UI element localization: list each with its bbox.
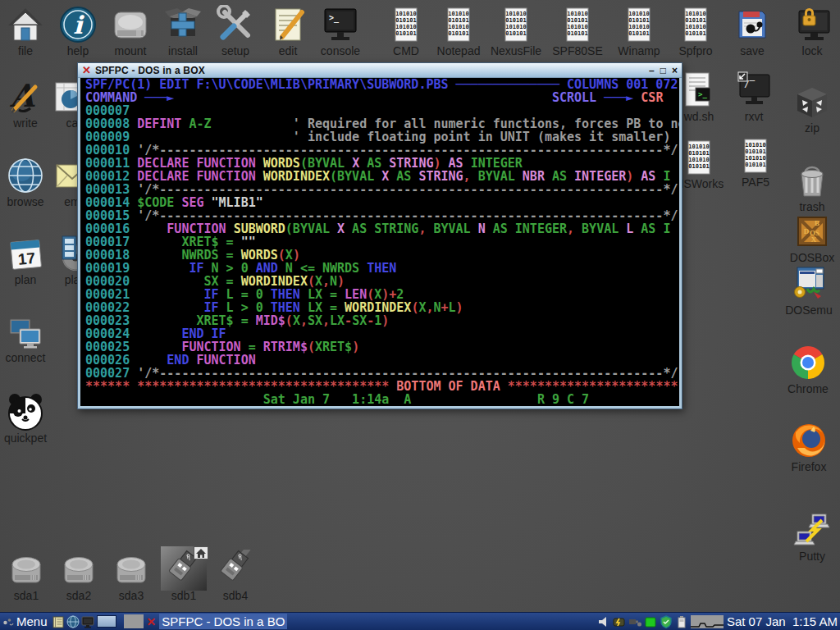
- desktop-icon-save[interactable]: save: [726, 5, 778, 57]
- desktop-icon-trash[interactable]: trash: [786, 161, 838, 213]
- desktop-icon-putty[interactable]: Putty: [786, 510, 838, 563]
- connect-icon: [0, 312, 52, 351]
- desktop-icon-help[interactable]: ihelp: [52, 5, 104, 57]
- terminal-screen[interactable]: SPF/PC(1) EDIT F:\U\CODE\MLIB\PRIMARY\SU…: [80, 78, 679, 406]
- desktop-icon-label: connect: [0, 352, 52, 364]
- desktop-icon-label: sdb4: [209, 590, 262, 602]
- desktop-icon-dosemu[interactable]: DOSemu: [783, 264, 835, 317]
- desktop-icon-sdb1[interactable]: sdb1: [158, 550, 210, 602]
- desktop-icon-chrome[interactable]: Chrome: [782, 343, 834, 395]
- desktop-icon-paf5[interactable]: 101010010101101010010101PAF5: [729, 136, 782, 189]
- zip-icon: [786, 82, 838, 121]
- desktop-icon-mount[interactable]: mount: [104, 5, 157, 57]
- taskbar-task-button[interactable]: ✕ SPFPC - DOS in a BO: [145, 614, 290, 629]
- svg-text:010101: 010101: [505, 30, 526, 37]
- plan-icon: 17: [0, 234, 52, 273]
- terminal-row: 000007: [85, 104, 679, 117]
- terminal-row: SPF/PC(1) EDIT F:\U\CODE\MLIB\PRIMARY\SU…: [85, 78, 679, 91]
- network-icon[interactable]: [644, 615, 657, 628]
- svg-text:>_: >_: [329, 13, 340, 23]
- desktop-icon-dosbox[interactable]: BDOSXDOSBox: [786, 212, 838, 264]
- taskbar: Menu ✕ SPFPC - DOS in a BO Sat 07 Jan 1:…: [0, 612, 840, 630]
- svg-text:010101: 010101: [685, 17, 705, 24]
- desktop-icon-install[interactable]: install: [157, 5, 209, 57]
- menu-button[interactable]: Menu: [0, 613, 52, 630]
- volume-icon[interactable]: [597, 615, 610, 628]
- desktop-icon-firefox[interactable]: Firefox: [783, 421, 835, 473]
- desktop-icon-zip[interactable]: zip: [786, 82, 838, 135]
- desktop-icon-label: Notepad: [432, 45, 485, 57]
- svg-text:010101: 010101: [448, 30, 468, 37]
- desktop-icon-quickpet[interactable]: quickpet: [0, 392, 52, 445]
- svg-text:101010: 101010: [745, 142, 765, 148]
- terminal-row: 000025 FUNCTION = RTRIM$(XRET$): [85, 340, 679, 354]
- desktop-icon-label: setup: [209, 45, 262, 57]
- menu-paw-icon: [2, 616, 14, 628]
- battery-icon[interactable]: [675, 615, 688, 628]
- terminal-row: 000011 DECLARE FUNCTION WORDS(BYVAL X AS…: [85, 157, 679, 170]
- binary-doc-icon: 101010010101101010010101: [551, 5, 604, 44]
- desktop-icon-winamp[interactable]: 101010010101101010010101Winamp: [613, 5, 665, 57]
- shield-icon[interactable]: [660, 615, 673, 628]
- window-titlebar[interactable]: ✕ SPFPC - DOS in a BOX – □ ×: [78, 63, 682, 78]
- cpu-graph[interactable]: [691, 615, 724, 628]
- desktop-icon-lock[interactable]: lock: [786, 5, 838, 57]
- desktop-icon-connect[interactable]: connect: [0, 312, 52, 364]
- desktop-icon-notepad[interactable]: 101010010101101010010101Notepad: [432, 5, 485, 57]
- desktop-icon-label: browse: [0, 196, 52, 208]
- desktop-icon-plan[interactable]: 17plan: [0, 234, 52, 286]
- desktop-icon-sdb4[interactable]: sdb4: [209, 550, 262, 602]
- help-icon: i: [52, 5, 104, 44]
- power-icon[interactable]: [613, 615, 626, 628]
- desktop-icon-cmd[interactable]: 101010010101101010010101CMD: [380, 5, 432, 57]
- svg-text:B: B: [815, 219, 819, 227]
- binary-doc-icon: 101010010101101010010101: [380, 5, 432, 44]
- svg-text:010101: 010101: [567, 17, 587, 24]
- usb-tray-icon[interactable]: [628, 615, 641, 628]
- close-button[interactable]: ×: [672, 65, 678, 76]
- desktop-icon-sda2[interactable]: sda2: [52, 550, 105, 602]
- trash-icon: [786, 161, 838, 200]
- terminal-row: 000027 '/*------------------------------…: [85, 367, 679, 380]
- monitor-icon[interactable]: [81, 615, 94, 628]
- terminal-row: 000008 DEFINT A-Z ' Required for all num…: [85, 117, 679, 130]
- notes-icon[interactable]: [52, 615, 65, 628]
- desktop-icon-label: Winamp: [613, 45, 665, 57]
- svg-text:010101: 010101: [745, 148, 765, 155]
- svg-text:>_: >_: [698, 90, 707, 98]
- show-desktop-button[interactable]: [124, 614, 144, 628]
- desktop-icon-label: plan: [0, 274, 52, 286]
- svg-text:010101: 010101: [395, 17, 416, 24]
- desktop-icon-rxvt[interactable]: /‾rxvt: [728, 71, 780, 123]
- chrome-icon: [782, 343, 834, 382]
- desktop-icon-setup[interactable]: setup: [209, 5, 262, 57]
- terminal-row: ****** *********************************…: [85, 380, 679, 393]
- terminal-row: 000014 $CODE SEG "MLIB1": [85, 196, 679, 209]
- svg-text:010101: 010101: [745, 162, 765, 168]
- install-icon: [157, 5, 209, 44]
- dosbox-window[interactable]: ✕ SPFPC - DOS in a BOX – □ × SPF/PC(1) E…: [77, 62, 682, 409]
- globe-icon[interactable]: [66, 615, 80, 628]
- desktop-icon-console[interactable]: >_console: [314, 5, 367, 57]
- window-list-button[interactable]: [97, 615, 116, 628]
- minimize-button[interactable]: –: [649, 65, 655, 76]
- maximize-button[interactable]: □: [660, 65, 666, 76]
- desktop-icon-spf80se[interactable]: 101010010101101010010101SPF80SE: [551, 5, 604, 57]
- desktop-icon-label: Chrome: [782, 383, 834, 395]
- desktop-icon-label: Firefox: [783, 461, 835, 473]
- desktop-icon-sda1[interactable]: sda1: [0, 550, 52, 602]
- taskbar-clock: Sat 07 Jan 1:15 AM: [727, 614, 838, 628]
- svg-text:101010: 101010: [628, 11, 649, 17]
- usb-icon: [158, 550, 210, 589]
- desktop-icon-sda3[interactable]: sda3: [105, 550, 158, 602]
- desktop-icon-browse[interactable]: browse: [0, 156, 52, 208]
- terminal-row: 000017 XRET$ = "": [85, 235, 679, 249]
- edit-icon: [262, 5, 314, 44]
- desktop-icon-edit[interactable]: edit: [262, 5, 314, 57]
- desktop-icon-nexusfile[interactable]: 101010010101101010010101NexusFile: [490, 5, 542, 57]
- desktop-icon-file[interactable]: file: [0, 5, 52, 57]
- dosemu-icon: [783, 264, 835, 304]
- desktop-icon-spfpro[interactable]: 101010010101101010010101Spfpro: [669, 5, 722, 57]
- desktop-icon-label: console: [314, 45, 367, 57]
- desktop-icon-write[interactable]: Awrite: [0, 77, 52, 130]
